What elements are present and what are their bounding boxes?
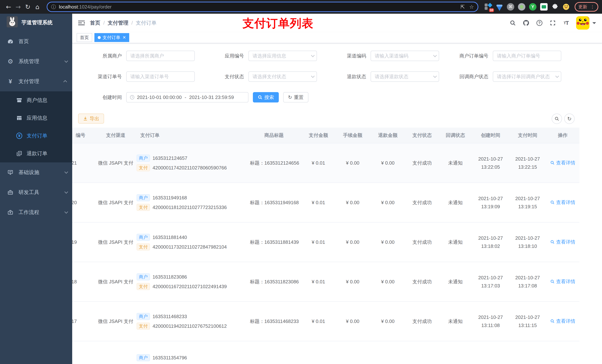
merchant-filter-input[interactable]: [126, 51, 195, 61]
sidebar-item-payment[interactable]: 支付管理: [0, 71, 72, 91]
sidebar-item-pay-order[interactable]: ¥ 支付订单: [0, 127, 72, 145]
chevron-down-icon: [311, 74, 315, 78]
app-filter-select[interactable]: 请选择应用信息: [248, 51, 317, 61]
merchant-order-no-input[interactable]: [493, 51, 561, 61]
merchant-tag: 商户: [137, 194, 150, 201]
filter-merchant-order-no: 商户订单编号: [445, 51, 572, 61]
pay-tag: 支付: [137, 322, 150, 330]
chevron-down-icon: [555, 74, 559, 78]
yen-icon: [7, 78, 13, 84]
browser-update-button[interactable]: 更新 ⋮: [575, 2, 598, 12]
site-info-icon[interactable]: ⓘ: [51, 4, 56, 10]
briefcase-icon: [7, 209, 13, 215]
screen: ← → ↻ ⌂ ⓘ localhost:1024/pay/order ⇱ ☆ 1…: [0, 0, 602, 364]
extensions-puzzle-icon[interactable]: [551, 3, 559, 11]
extension-command-icon[interactable]: ⌘: [506, 3, 515, 11]
magnifier-icon: [550, 200, 555, 205]
tab-home[interactable]: 首页: [77, 33, 92, 42]
refresh-table-button[interactable]: [564, 114, 575, 124]
breadcrumb-payment[interactable]: 支付管理: [108, 20, 129, 26]
search-icon[interactable]: [507, 17, 518, 29]
merchant-tag: 商户: [137, 313, 150, 320]
toggle-search-button[interactable]: [552, 114, 562, 124]
chevron-down-icon: [311, 53, 315, 57]
search-button[interactable]: 搜索: [253, 92, 279, 103]
browser-home-icon[interactable]: ⌂: [32, 2, 42, 12]
channel-code-select[interactable]: 请输入渠道编码: [371, 51, 439, 61]
browser-reload-icon[interactable]: ↻: [23, 2, 32, 12]
filter-row-2: 渠道订单号 支付状态 请选择支付状态 退款状态 请选择退款状态 回调商户状态 请…: [78, 71, 596, 82]
reset-button[interactable]: 重置: [283, 92, 308, 103]
create-time-range-picker[interactable]: 2021-10-01 00:00:00 - 2021-10-31 23:59:5…: [126, 92, 248, 103]
chevron-down-icon: [64, 170, 68, 174]
app-title: 芋道管理系统: [22, 19, 53, 26]
extension-recorder-icon[interactable]: [517, 3, 526, 11]
help-icon[interactable]: ?: [534, 17, 545, 29]
table-row: 18 微信 JSAPI 支付 商户1635311823086 支付4200001…: [72, 262, 580, 302]
sidebar-item-infra[interactable]: 基础设施: [0, 162, 72, 182]
gear-icon: [7, 58, 13, 64]
github-icon[interactable]: [521, 17, 532, 29]
table-toolbar: 导出: [78, 114, 596, 124]
sidebar-item-dev-tools[interactable]: 研发工具: [0, 182, 72, 202]
storefront-icon: [16, 97, 22, 103]
fullscreen-icon[interactable]: [547, 17, 558, 29]
bookmark-star-icon[interactable]: ☆: [469, 4, 474, 10]
sidebar-item-workflow[interactable]: 工作流程: [0, 202, 72, 222]
sidebar-item-merchant-info[interactable]: 商户信息: [0, 91, 72, 109]
sidebar-item-refund-order[interactable]: 退款订单: [0, 145, 72, 162]
avatar-caret-icon[interactable]: [592, 22, 596, 26]
extension-badge: 10: [489, 8, 494, 12]
font-size-icon[interactable]: TT: [560, 17, 572, 29]
filter-row-1: 所属商户 应用编号 请选择应用信息 渠道编码 请输入渠道编码 商户订单编号: [78, 51, 596, 61]
url-text: localhost:1024/pay/order: [59, 4, 456, 10]
table-row: 17 微信 JSAPI 支付 商户1635311468233 支付4200001…: [72, 302, 580, 341]
toolbox-icon: [7, 189, 13, 195]
refund-status-select[interactable]: 请选择退款状态: [371, 71, 439, 82]
filter-refund-status: 退款状态 请选择退款状态: [322, 71, 445, 82]
filter-channel-order-no: 渠道订单号: [78, 71, 200, 82]
browser-menu-icon[interactable]: ⋮: [590, 4, 595, 10]
tab-pay-order[interactable]: 支付订单 ✕: [94, 33, 129, 42]
channel-order-no-input[interactable]: [126, 71, 195, 82]
pay-status-select[interactable]: 请选择支付状态: [248, 71, 317, 82]
view-detail-link[interactable]: 查看详情: [550, 239, 575, 245]
callback-status-select[interactable]: 请选择订单回调商户状态: [493, 71, 561, 82]
view-detail-link[interactable]: 查看详情: [550, 199, 575, 206]
tags-view: 首页 支付订单 ✕: [72, 32, 602, 43]
filter-pay-status: 支付状态 请选择支付状态: [200, 71, 322, 82]
chevron-down-icon: [433, 53, 437, 57]
browser-forward-icon[interactable]: →: [13, 2, 23, 12]
export-button[interactable]: 导出: [78, 114, 104, 124]
table-row: 21 微信 JSAPI 支付 商户1635312124657 支付4200001…: [72, 143, 580, 183]
filter-row-3: 创建时间 2021-10-01 00:00:00 - 2021-10-31 23…: [78, 92, 596, 103]
browser-back-icon[interactable]: ←: [4, 2, 13, 12]
extension-gem-icon[interactable]: [495, 3, 504, 11]
view-detail-link[interactable]: 查看详情: [550, 278, 575, 285]
sidebar-item-app-info[interactable]: 应用信息: [0, 109, 72, 127]
search-icon: [554, 116, 559, 121]
breadcrumb: 首页 / 支付管理 / 支付订单: [90, 20, 157, 26]
annotation-title: 支付订单列表: [243, 16, 314, 31]
address-bar[interactable]: ⓘ localhost:1024/pay/order ⇱ ☆: [47, 2, 478, 12]
orders-table-container: 编号 支付渠道 支付订单 商品标题 支付金额 手续金额 退款金额 支付状态 回调…: [72, 128, 602, 364]
view-detail-link[interactable]: 查看详情: [550, 318, 575, 324]
breadcrumb-home[interactable]: 首页: [90, 20, 100, 26]
pay-tag: 支付: [137, 164, 150, 171]
profile-avatar-icon[interactable]: [562, 3, 570, 11]
share-icon[interactable]: ⇱: [460, 4, 465, 10]
sidebar-item-system[interactable]: 系统管理: [0, 52, 72, 71]
dashboard-icon: [7, 39, 13, 44]
merchant-tag: 商户: [137, 234, 150, 241]
extension-y-icon[interactable]: Y: [529, 3, 537, 11]
yen-circle-icon: ¥: [16, 133, 22, 139]
sidebar-item-home[interactable]: 首页: [0, 31, 72, 52]
user-avatar[interactable]: [576, 16, 589, 30]
close-tab-icon[interactable]: ✕: [123, 35, 126, 40]
extension-chat-icon[interactable]: [540, 3, 548, 11]
collapse-sidebar-icon[interactable]: [78, 20, 85, 26]
filter-app: 应用编号 请选择应用信息: [200, 51, 322, 61]
extension-tabs-icon[interactable]: 10: [484, 3, 492, 11]
view-detail-link[interactable]: 查看详情: [550, 160, 575, 166]
active-dot: [98, 36, 101, 39]
